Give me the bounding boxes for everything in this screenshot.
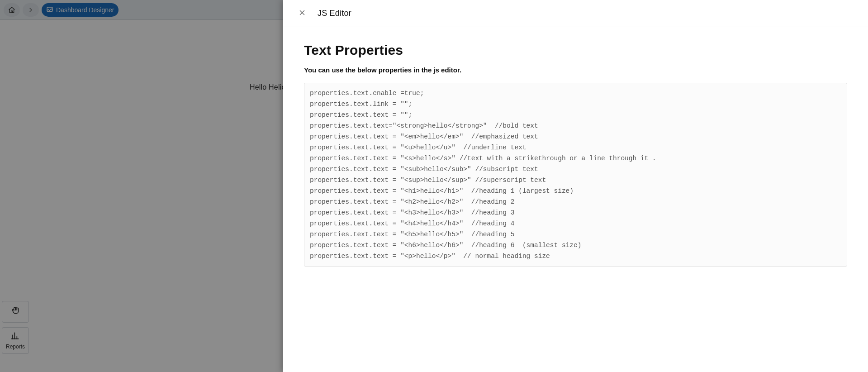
app-root: Dashboard Designer Hello Helical Reports [0,0,868,372]
drawer-header: JS Editor [283,0,868,27]
drawer-close-button[interactable] [297,8,308,19]
section-subtitle: You can use the below properties in the … [304,66,847,74]
js-editor-drawer: JS Editor Text Properties You can use th… [283,0,868,372]
drawer-body: Text Properties You can use the below pr… [283,27,868,372]
section-title: Text Properties [304,43,847,58]
close-icon [298,9,306,19]
drawer-title: JS Editor [318,9,351,18]
code-block[interactable]: properties.text.enable =true; properties… [304,83,847,267]
